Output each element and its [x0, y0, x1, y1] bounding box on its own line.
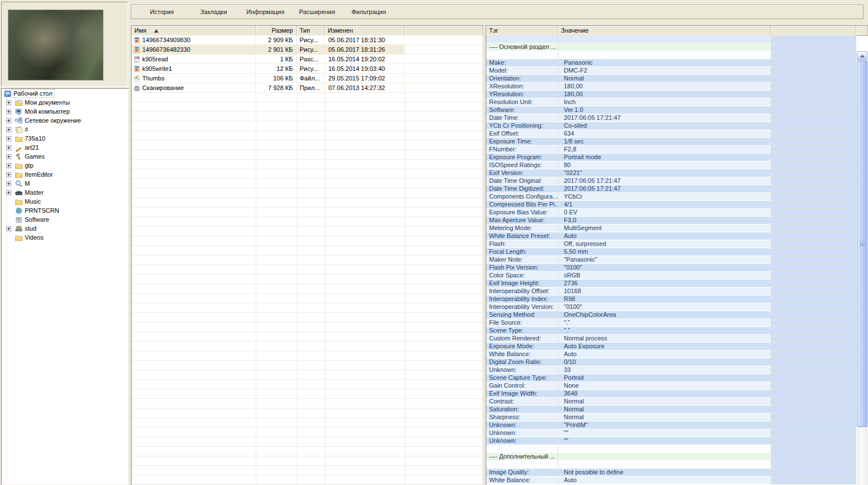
exif-row[interactable]: YCb Cr Positioning: Co-sited	[486, 122, 856, 130]
exif-row[interactable]: Interoperability Offset: 10168	[486, 288, 856, 295]
exif-row[interactable]: Exposure Mode: Auto Exposure	[486, 343, 856, 351]
expand-toggle-icon[interactable]	[6, 163, 11, 168]
expand-toggle-icon[interactable]	[6, 190, 11, 195]
column-header-size[interactable]: Размер	[256, 26, 297, 35]
file-row[interactable]: 14966734909830 2 909 КБ Рису... 05.06.20…	[132, 35, 483, 45]
expand-toggle-icon[interactable]	[6, 181, 11, 186]
exif-row[interactable]: Exposure Program: Portrait mode	[486, 154, 856, 161]
exif-row[interactable]: Gain Control: None	[486, 382, 856, 390]
exif-row[interactable]: Contrast: Normal	[486, 398, 856, 406]
column-header-modified[interactable]: Изменен	[325, 26, 405, 35]
exif-row[interactable]: ---- Дополнительный ...	[486, 453, 856, 461]
exif-row[interactable]: Exif Image Width: 3648	[486, 390, 856, 398]
tree-item[interactable]: gtp	[2, 161, 128, 170]
exif-row[interactable]: Metering Mode: MultiSegment	[486, 224, 856, 232]
exif-row[interactable]: Digital Zoom Ratio: 0/10	[486, 358, 856, 366]
tree-item[interactable]: Videos	[2, 233, 128, 242]
exif-row[interactable]: Unknown: "PrintIM"	[486, 421, 856, 429]
exif-row[interactable]: Software: Ver.1.0	[486, 106, 856, 114]
expand-toggle-icon[interactable]	[6, 109, 11, 114]
exif-row[interactable]: Date Time Original: 2017:06:05 17:21:47	[486, 177, 856, 185]
exif-row[interactable]: Interoperability Version: "0100"	[486, 303, 856, 311]
tree-item[interactable]: Software	[2, 215, 128, 224]
expand-toggle-icon[interactable]	[6, 154, 11, 159]
exif-row[interactable]: Compressed Bits Per Pi... 4/1	[486, 201, 856, 209]
exif-row[interactable]: Exposure Time: 1/8 sec	[486, 138, 856, 146]
tab[interactable]: История	[136, 8, 188, 15]
tree-item[interactable]: PRNTSCRN	[2, 206, 128, 215]
exif-row[interactable]	[486, 35, 856, 43]
file-row[interactable]: 14966736482330 2 901 КБ Рису... 05.06.20…	[132, 45, 483, 55]
expand-toggle-icon[interactable]	[6, 118, 11, 123]
tree-item[interactable]: stud	[2, 224, 128, 233]
exif-row[interactable]: Exif Offset: 634	[486, 130, 856, 138]
tree-item[interactable]: M	[2, 179, 128, 188]
tree-item[interactable]: Games	[2, 152, 128, 161]
exif-row[interactable]: ISOSpeed Ratings: 80	[486, 161, 856, 169]
expand-toggle-icon[interactable]	[6, 145, 11, 150]
exif-row[interactable]: Custom Rendered: Normal process	[486, 335, 856, 343]
exif-row[interactable]: Exposure Bias Value: 0 EV	[486, 209, 856, 217]
scroll-up-button[interactable]	[857, 51, 867, 60]
exif-row[interactable]: File Source: "."	[486, 319, 856, 327]
exif-row[interactable]: Scene Capture Type: Portrait	[486, 374, 856, 382]
tree-item[interactable]: 735a10	[2, 134, 128, 143]
exif-row[interactable]: Unknown: ""	[486, 437, 856, 445]
exif-row[interactable]: Maker Note: "Panasonic"	[486, 256, 856, 264]
file-row[interactable]: k905write1 12 КБ Рису... 16.05.2014 19:0…	[132, 64, 483, 74]
tree-item[interactable]: Мои документы	[2, 98, 128, 107]
exif-row[interactable]: Max Aperture Value: F3,0	[486, 217, 856, 224]
exif-row[interactable]: Focal Length: 5,50 mm	[486, 248, 856, 256]
expand-toggle-icon[interactable]	[6, 172, 11, 177]
exif-row[interactable]: Make: Panasonic	[486, 59, 856, 67]
exif-row[interactable]: Saturation: Normal	[486, 406, 856, 414]
exif-row[interactable]: Date Time Digitized: 2017:06:05 17:21:47	[486, 185, 856, 193]
tab[interactable]: Фильтрация	[343, 8, 395, 15]
expand-toggle-icon[interactable]	[6, 127, 11, 132]
column-header-name[interactable]: Имя	[132, 26, 256, 35]
exif-row[interactable]: Sharpness: Normal	[486, 414, 856, 421]
column-header-type[interactable]: Тип	[297, 26, 325, 35]
exif-row[interactable]: Resolution Unit: Inch	[486, 98, 856, 106]
expand-toggle-icon[interactable]	[6, 226, 11, 231]
exif-row[interactable]: FNumber: F2,8	[486, 146, 856, 154]
exif-row[interactable]: Interoperability Index: R98	[486, 295, 856, 303]
exif-row[interactable]: ---- Основной раздел ...	[486, 43, 856, 51]
exif-row[interactable]	[486, 461, 856, 469]
exif-column-header-tag[interactable]: Тэг	[486, 26, 558, 35]
tree-item[interactable]: art21	[2, 143, 128, 152]
exif-row[interactable]: Scene Type: "."	[486, 327, 856, 335]
tree-item[interactable]: Рабочий стол	[2, 89, 128, 98]
exif-row[interactable]: Unknown: 33	[486, 366, 856, 374]
expand-toggle-icon[interactable]	[6, 136, 11, 141]
exif-row[interactable]: Flash: Off, surpressed	[486, 240, 856, 248]
exif-row[interactable]: Exif Image Height: 2736	[486, 280, 856, 288]
exif-row[interactable]: White Balance: Auto	[486, 477, 856, 484]
exif-row[interactable]: Orientation: Normal	[486, 75, 856, 83]
exif-column-header-value[interactable]: Значение	[558, 26, 771, 35]
exif-row[interactable]: Sensing Method: OneChipColorArea	[486, 311, 856, 319]
expand-toggle-icon[interactable]	[6, 100, 11, 105]
exif-row[interactable]: Model: DMC-F2	[486, 67, 856, 75]
file-row[interactable]: k905read 1 КБ Pasc... 16.05.2014 19:20:0…	[132, 55, 483, 64]
exif-row[interactable]: Components Configura... YCbCr	[486, 193, 856, 201]
exif-row[interactable]	[486, 51, 856, 59]
file-row[interactable]: Сканирование 7 928 КБ Прил... 07.06.2013…	[132, 83, 483, 93]
exif-row[interactable]: YResolution: 180,00	[486, 91, 856, 98]
tree-item[interactable]: ItemEditor	[2, 170, 128, 179]
tab[interactable]: Расширения	[291, 8, 343, 15]
exif-row[interactable]: White Balance Preset: Auto	[486, 232, 856, 240]
exif-row[interactable]: White Balance: Auto	[486, 351, 856, 358]
tree-item[interactable]: Music	[2, 197, 128, 206]
tab[interactable]: Закладки	[188, 8, 239, 15]
exif-row[interactable]: Exif Version: "0221"	[486, 169, 856, 177]
exif-row[interactable]: Image Quality: Not possible to define	[486, 469, 856, 477]
file-row[interactable]: Thumbs 106 КБ Файл... 29.05.2015 17:09:0…	[132, 74, 483, 83]
exif-row[interactable]: Flash Pix Version: "0100"	[486, 264, 856, 272]
preview-image[interactable]	[8, 10, 103, 80]
scrollbar-thumb[interactable]	[857, 61, 867, 427]
exif-row[interactable]: Date Time: 2017:06:05 17:21:47	[486, 114, 856, 122]
tree-item[interactable]: Мой компьютер	[2, 107, 128, 116]
exif-row[interactable]: Color Space: sRGB	[486, 272, 856, 280]
tree-item[interactable]: Master	[2, 188, 128, 197]
